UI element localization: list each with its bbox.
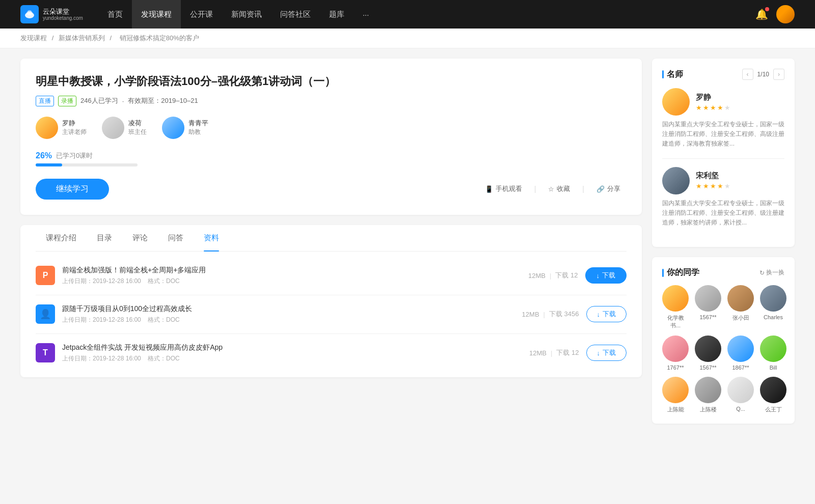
avatar-image — [776, 5, 795, 23]
teacher-role-0: 主讲老师 — [62, 128, 87, 136]
download-icon-1: ↓ — [597, 311, 601, 318]
notification-dot — [765, 7, 769, 11]
progress-pct: 26% — [36, 151, 52, 160]
classmate-avatar-6 — [727, 335, 754, 362]
notification-bell[interactable]: 🔔 — [755, 8, 768, 20]
progress-section: 26% 已学习0课时 — [36, 151, 627, 166]
teacher-page: 1/10 — [757, 71, 769, 78]
classmate-avatar-7 — [760, 335, 786, 362]
nav-items: 首页 发现课程 公开课 新闻资讯 问答社区 题库 ··· — [98, 0, 755, 29]
course-title: 明星中教授课，小学阶段语法100分–强化级第1讲动词（一） — [36, 74, 627, 90]
tab-toc[interactable]: 目录 — [87, 225, 122, 251]
teachers-nav: ‹ 1/10 › — [742, 69, 784, 80]
course-meta: 直播 录播 246人已学习 · 有效期至：2019–10–21 — [36, 96, 627, 106]
star-0-1: ★ — [703, 104, 709, 111]
resource-format-0: 格式：DOC — [148, 277, 180, 285]
tab-qa[interactable]: 问答 — [158, 225, 194, 251]
teacher-role-1: 班主任 — [128, 128, 147, 136]
resource-size-0: 12MB — [528, 272, 546, 279]
resource-meta-0: 上传日期：2019-12-28 16:00 格式：DOC — [62, 277, 500, 286]
badge-recorded: 录播 — [58, 96, 76, 106]
download-button-0[interactable]: ↓ 下载 — [585, 267, 627, 284]
resource-date-1: 上传日期：2019-12-28 16:00 — [62, 316, 141, 323]
teacher-card-info-1: 宋利坚 ★ ★ ★ ★ ★ — [696, 171, 730, 190]
logo[interactable]: 云朵课堂 yundoketang.com — [20, 5, 83, 23]
next-teacher-button[interactable]: › — [773, 69, 784, 80]
star-0-2: ★ — [710, 104, 716, 111]
nav-more[interactable]: ··· — [354, 0, 378, 29]
prev-teacher-button[interactable]: ‹ — [742, 69, 753, 80]
teacher-page-current: 1 — [757, 71, 761, 78]
tab-resources[interactable]: 资料 — [194, 225, 229, 251]
download-icon-2: ↓ — [597, 349, 601, 357]
classmates-title-bar — [662, 269, 664, 277]
star-1-3: ★ — [717, 182, 723, 190]
star-1-4: ★ — [724, 182, 730, 190]
resource-stats-0: 12MB | 下载 12 — [507, 271, 578, 280]
collect-button[interactable]: ☆ 收藏 — [542, 181, 576, 197]
teacher-stars-0: ★ ★ ★ ★ ★ — [696, 104, 730, 111]
breadcrumb-discover[interactable]: 发现课程 — [20, 34, 47, 42]
star-1-2: ★ — [710, 182, 716, 190]
breadcrumb-series[interactable]: 新媒体营销系列 — [59, 34, 105, 42]
nav-home[interactable]: 首页 — [98, 0, 132, 29]
teacher-1: 凌荷 班主任 — [102, 117, 147, 139]
star-0-3: ★ — [717, 104, 723, 111]
star-1-1: ★ — [703, 182, 709, 190]
teacher-name-2: 青青平 — [188, 119, 208, 128]
nav-qa[interactable]: 问答社区 — [271, 0, 320, 29]
download-button-1[interactable]: ↓ 下载 — [586, 306, 627, 322]
download-label-1: 下载 — [603, 310, 616, 319]
resource-meta-1: 上传日期：2019-12-28 16:00 格式：DOC — [62, 316, 501, 324]
progress-label: 26% 已学习0课时 — [36, 151, 627, 160]
resource-format-2: 格式：DOC — [148, 355, 180, 362]
resource-list: P 前端全栈加强版！前端全栈+全周期+多端应用 上传日期：2019-12-28 … — [36, 251, 627, 377]
teacher-card-header-0: 罗静 ★ ★ ★ ★ ★ — [662, 88, 784, 116]
classmate-11: 么王丁 — [760, 377, 786, 413]
resource-icon-2: T — [36, 343, 55, 362]
user-avatar[interactable] — [776, 5, 795, 23]
classmate-6: 1867** — [727, 335, 754, 371]
logo-icon — [20, 5, 39, 23]
teacher-stars-1: ★ ★ ★ ★ ★ — [696, 182, 730, 190]
action-sep-1: | — [534, 185, 536, 193]
resource-item-1: 👤 跟随千万级项目从0到100全过程高效成长 上传日期：2019-12-28 1… — [36, 295, 627, 334]
classmates-title-text: 你的同学 — [667, 267, 699, 278]
classmate-avatar-0 — [662, 285, 689, 312]
classmate-0: 化学教书... — [662, 285, 689, 329]
resource-downloads-2: 下载 12 — [556, 348, 579, 357]
classmate-name-3: Charles — [764, 314, 783, 320]
nav-open-course[interactable]: 公开课 — [181, 0, 222, 29]
classmate-8: 上陈能 — [662, 377, 689, 413]
continue-learning-button[interactable]: 继续学习 — [36, 179, 109, 200]
tab-comments[interactable]: 评论 — [122, 225, 158, 251]
classmate-avatar-8 — [662, 377, 689, 403]
breadcrumb-sep-2: / — [110, 34, 113, 42]
nav-discover[interactable]: 发现课程 — [132, 0, 181, 29]
classmate-name-11: 么王丁 — [765, 406, 782, 413]
classmate-avatar-3 — [760, 285, 786, 312]
classmate-name-2: 张小田 — [732, 314, 749, 322]
share-button[interactable]: 🔗 分享 — [590, 181, 627, 197]
nav-news[interactable]: 新闻资讯 — [222, 0, 271, 29]
mobile-view-button[interactable]: 📱 手机观看 — [479, 181, 528, 197]
classmates-header: 你的同学 ↻ 换一换 — [662, 267, 784, 278]
progress-bar-fill — [36, 163, 62, 166]
resource-format-1: 格式：DOC — [148, 316, 180, 323]
classmate-avatar-1 — [695, 285, 721, 312]
nav-quiz[interactable]: 题库 — [320, 0, 354, 29]
resource-info-0: 前端全栈加强版！前端全栈+全周期+多端应用 上传日期：2019-12-28 16… — [62, 266, 500, 286]
course-actions: 继续学习 📱 手机观看 | ☆ 收藏 | 🔗 分享 — [36, 179, 627, 200]
classmate-name-7: Bill — [770, 365, 777, 371]
mobile-label: 手机观看 — [496, 184, 522, 193]
download-button-2[interactable]: ↓ 下载 — [586, 345, 627, 361]
refresh-classmates-button[interactable]: ↻ 换一换 — [759, 268, 784, 277]
main-layout: 明星中教授课，小学阶段语法100分–强化级第1讲动词（一） 直播 录播 246人… — [0, 48, 815, 444]
navigation: 云朵课堂 yundoketang.com 首页 发现课程 公开课 新闻资讯 问答… — [0, 0, 815, 29]
resource-date-0: 上传日期：2019-12-28 16:00 — [62, 277, 141, 285]
classmates-grid: 化学教书... 1567** 张小田 Charles 1767** — [662, 285, 784, 413]
classmate-name-10: Q... — [736, 406, 745, 412]
tab-intro[interactable]: 课程介绍 — [36, 225, 87, 251]
download-label-2: 下载 — [603, 348, 616, 357]
collect-label: 收藏 — [557, 184, 570, 193]
